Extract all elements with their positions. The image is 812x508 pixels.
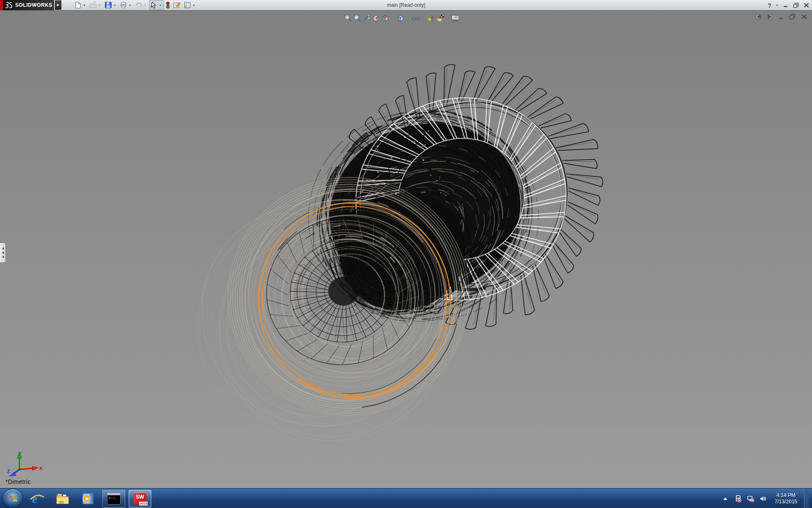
view-orientation-icon xyxy=(381,14,390,22)
dropdown-arrow-icon[interactable]: ▼ xyxy=(159,4,162,7)
zoom-to-fit-icon xyxy=(344,14,352,22)
taskbar-media-player[interactable] xyxy=(77,490,99,507)
help-dropdown-icon[interactable]: ▼ xyxy=(776,4,779,7)
annotation-button[interactable] xyxy=(172,0,182,10)
view-orientation-label: *Dimetric xyxy=(5,478,30,485)
hide-show-items-icon xyxy=(411,14,420,22)
collapse-arrow-icon xyxy=(2,251,4,254)
taskbar-clock[interactable]: 4:14 PM 7/13/2015 xyxy=(775,492,797,505)
new-button[interactable]: ▼ xyxy=(73,0,88,10)
select-cursor-icon xyxy=(150,1,158,9)
start-button[interactable] xyxy=(3,489,23,508)
brand-text: SOLIDWORKS xyxy=(15,2,52,8)
solidworks-logo: SOLIDWORKS xyxy=(0,0,54,10)
media-player-icon xyxy=(81,492,95,505)
clock-date: 7/13/2015 xyxy=(775,499,797,505)
doc-restore-button[interactable] xyxy=(789,13,796,20)
command-prompt-icon: C:\_ xyxy=(107,493,121,505)
system-tray: 4:14 PM 7/13/2015 xyxy=(721,489,812,508)
show-desktop-button[interactable] xyxy=(804,489,809,508)
svg-text:Z: Z xyxy=(7,469,10,474)
collapse-arrow-icon xyxy=(2,247,4,250)
svg-text:e: e xyxy=(32,492,37,505)
dropdown-arrow-icon: ▼ xyxy=(98,4,101,7)
doc-minimize-button[interactable] xyxy=(777,13,785,20)
doc-close-button[interactable] xyxy=(800,13,808,20)
toolbar-flyout-button[interactable]: ▶ xyxy=(55,0,61,10)
show-hidden-icons-button[interactable] xyxy=(721,495,729,502)
dropdown-arrow-icon[interactable]: ▼ xyxy=(83,4,86,7)
solidworks-2015-icon: SW 2015 xyxy=(134,493,146,505)
minimize-button[interactable] xyxy=(783,3,789,8)
view-settings-icon xyxy=(451,14,460,22)
magic-wand-icon xyxy=(362,14,371,22)
close-button[interactable] xyxy=(804,3,809,8)
new-document-icon xyxy=(74,1,82,9)
hide-show-items-button[interactable] xyxy=(411,14,420,23)
view-settings-button[interactable] xyxy=(451,14,460,23)
open-folder-icon xyxy=(89,1,97,9)
print-icon xyxy=(120,1,127,9)
traffic-light-icon xyxy=(165,1,170,9)
action-center-icon[interactable] xyxy=(734,495,742,502)
open-button[interactable]: ▼ xyxy=(88,0,103,10)
title-bar: SOLIDWORKS ▶ ▼ ▼ ▼ xyxy=(0,0,812,11)
edit-appearance-button[interactable] xyxy=(426,14,436,23)
main-toolbar: ▼ ▼ ▼ ▼ xyxy=(73,0,197,10)
taskbar: e C:\_ SW 2015 xyxy=(0,488,812,508)
zoom-to-area-button[interactable] xyxy=(353,14,362,23)
network-status-icon[interactable] xyxy=(747,495,754,502)
view-orientation-button[interactable] xyxy=(381,14,390,23)
taskbar-windows-explorer[interactable] xyxy=(52,490,74,507)
window-controls: ? ▼ xyxy=(768,0,809,10)
section-view-icon xyxy=(372,14,380,22)
taskbar-solidworks[interactable]: SW 2015 xyxy=(129,490,151,508)
undo-button[interactable]: ▼ xyxy=(134,0,148,10)
dock-right-button[interactable] xyxy=(766,13,774,20)
select-button[interactable]: ▼ xyxy=(149,0,164,10)
windows-flag-icon xyxy=(7,493,18,504)
triad-x-axis: X xyxy=(19,466,43,471)
magic-wand-button[interactable] xyxy=(362,14,371,23)
folder-icon xyxy=(55,492,70,505)
checklist-button[interactable]: ▼ xyxy=(183,0,197,10)
dropdown-arrow-icon: ▼ xyxy=(144,4,147,7)
apply-scene-button[interactable] xyxy=(436,14,445,23)
dropdown-arrow-icon[interactable]: ▼ xyxy=(129,4,132,7)
zoom-to-fit-button[interactable] xyxy=(343,14,353,23)
solidworks-logo-icon xyxy=(5,2,14,8)
dropdown-arrow-icon[interactable]: ▼ xyxy=(113,4,116,7)
checklist-icon xyxy=(184,1,191,9)
reference-triad: Y X Z xyxy=(7,451,43,477)
edit-appearance-icon xyxy=(427,14,435,22)
dropdown-arrow-icon[interactable]: ▼ xyxy=(192,4,195,7)
taskbar-internet-explorer[interactable]: e xyxy=(26,490,48,507)
print-button[interactable]: ▼ xyxy=(119,0,133,10)
clock-time: 4:14 PM xyxy=(775,492,797,499)
dock-left-button[interactable] xyxy=(754,13,762,20)
collapse-arrow-icon xyxy=(2,256,4,258)
volume-icon[interactable] xyxy=(760,495,767,502)
feature-panel-collapse-tab[interactable] xyxy=(0,243,6,263)
taskbar-command-prompt[interactable]: C:\_ xyxy=(102,490,125,508)
heads-up-toolbar xyxy=(343,14,460,23)
section-view-button[interactable] xyxy=(371,14,381,23)
display-style-button[interactable] xyxy=(396,14,405,23)
undo-icon xyxy=(135,1,143,9)
display-style-icon xyxy=(396,14,405,22)
graphics-viewport[interactable]: Y X Z *Dimetric xyxy=(0,11,812,488)
svg-text:X: X xyxy=(39,466,43,471)
save-button[interactable]: ▼ xyxy=(104,0,118,10)
help-button[interactable]: ? xyxy=(768,2,771,8)
save-icon xyxy=(104,1,112,9)
model-wireframe xyxy=(0,11,812,488)
traffic-light-button[interactable] xyxy=(165,0,171,10)
triad-z-axis: Z xyxy=(7,469,19,476)
svg-text:Y: Y xyxy=(18,451,22,456)
document-window-controls xyxy=(754,13,808,20)
apply-scene-icon xyxy=(436,14,445,22)
triad-y-axis: Y xyxy=(17,451,22,469)
zoom-to-area-icon xyxy=(353,14,362,22)
restore-button[interactable] xyxy=(793,3,799,8)
internet-explorer-icon: e xyxy=(30,492,44,505)
